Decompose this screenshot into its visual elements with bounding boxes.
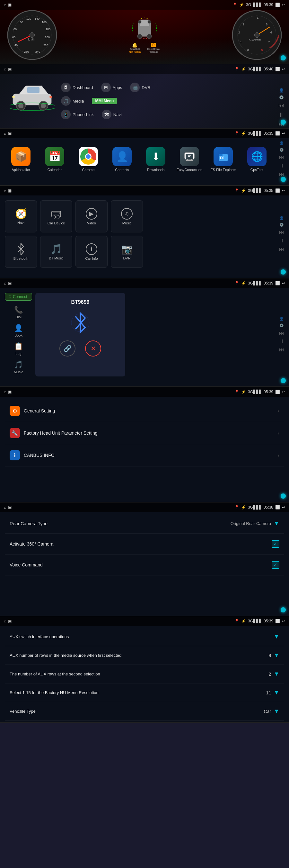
phonelink-menu-item[interactable]: 📱 Phone-Link <box>61 110 94 119</box>
bt-dial-item[interactable]: 📞 Dial <box>5 303 32 321</box>
back-2[interactable]: ↩ <box>282 67 285 71</box>
bt-log-item[interactable]: 📋 Log <box>5 340 32 358</box>
svg-text:220: 220 <box>43 44 48 47</box>
activate-360-checkbox[interactable]: ✓ <box>272 540 279 548</box>
app-calendar[interactable]: 📅 Calendar <box>39 143 71 175</box>
svg-rect-52 <box>219 154 222 156</box>
connect-badge[interactable]: ⊙ Connect <box>5 293 32 301</box>
vehicle-dropdown[interactable]: ▼ <box>274 708 279 715</box>
app-navi[interactable]: 🧭 Navi <box>5 200 37 232</box>
teal-indicator-6 <box>281 494 286 499</box>
car-app-row-1: 🧭 Navi Car Device ▶ Video ♫ Music <box>5 200 284 232</box>
back-3[interactable]: ↩ <box>282 131 285 136</box>
back-icon[interactable]: ↩ <box>282 3 285 7</box>
media-icon: ▣ <box>8 3 11 7</box>
gauge-section: ⌂ ▣ 📍 ⚡ 3G ▋▋▋ 05:39 ⬜ ↩ 40 60 80 100 12… <box>0 0 289 64</box>
bt-link-button[interactable]: 🔗 <box>60 340 75 356</box>
bt-book-item[interactable]: 👤 Book <box>5 321 32 340</box>
aux-second-dropdown[interactable]: ▼ <box>274 671 279 677</box>
app-downloads[interactable]: ⬇ Downloads <box>140 143 172 175</box>
svg-point-21 <box>138 20 141 24</box>
app-dvr[interactable]: 📷 DVR <box>111 236 143 268</box>
signal-icon: 3G <box>246 3 251 7</box>
location-icon-2: 📍 <box>234 67 239 71</box>
teal-row-4 <box>0 273 289 278</box>
car-app-row-2: Bluetooth 🎵 BT Music ℹ Car Info 📷 DVR <box>5 236 284 268</box>
app-car-info[interactable]: ℹ Car Info <box>75 236 108 268</box>
dashboard-menu-item[interactable]: 🎛 Dashboard <box>61 83 93 92</box>
bt-logo-large <box>71 310 90 336</box>
car-apps-section: ⌂ ▣ 📍 ⚡ 3G▋▋▋ 05:35 ⬜ ↩ 🧭 Navi <box>0 186 289 278</box>
location-3: 📍 <box>234 131 239 136</box>
mmi-menu-grid: 🎛 Dashboard ⊞ Apps 📹 DVR 🎵 Media <box>61 83 283 119</box>
back-5[interactable]: ↩ <box>282 281 285 285</box>
svg-point-22 <box>148 20 151 24</box>
canbus-chevron: › <box>278 452 279 459</box>
canbus-info-item[interactable]: ℹ CANBUS INFO › <box>5 444 284 466</box>
resolution-dropdown[interactable]: ▼ <box>274 689 279 696</box>
svg-text:km/h: km/h <box>28 38 35 41</box>
vehicle-type-row[interactable]: Vehichle Type Car ▼ <box>5 702 284 721</box>
bt-music-item[interactable]: 🎵 Music <box>5 358 32 376</box>
navi-menu-item[interactable]: 🗺 Navi <box>102 110 122 119</box>
app-bluetooth[interactable]: Bluetooth <box>5 236 37 268</box>
aux-rows-first-row[interactable]: AUX number of rows in the media source w… <box>5 646 284 665</box>
svg-text:80: 80 <box>13 28 17 31</box>
bt-disconnect-button[interactable]: ✕ <box>85 340 101 356</box>
rear-camera-dropdown[interactable]: ▼ <box>274 520 279 527</box>
location-8: 📍 <box>234 619 239 623</box>
factory-setting-chevron: › <box>278 430 279 437</box>
mmi-menu-item[interactable]: MMI Menu <box>92 98 117 104</box>
svg-text:ES: ES <box>220 156 224 160</box>
app-easyconnection[interactable]: EasyConnection <box>173 143 206 175</box>
music-panel-3: 👤 💿 ⏮ ⏸ ⏭ <box>279 141 284 177</box>
app-grid-1: 📦 ApkInstaller 📅 Calendar Chrome 👤 <box>0 138 289 180</box>
aux-switch-dropdown[interactable]: ▼ <box>274 633 279 640</box>
svg-text:4: 4 <box>257 17 258 20</box>
app-gpstest[interactable]: 🌐 GpsTest <box>241 143 273 175</box>
signal-bars: ▋▋▋ <box>253 3 262 7</box>
back-8[interactable]: ↩ <box>282 619 285 623</box>
app-grid-section-1: ⌂ ▣ 📍 ⚡ 3G▋▋▋ 05:35 ⬜ ↩ 📦 ApkInstaller 📅… <box>0 129 289 186</box>
back-4[interactable]: ↩ <box>282 188 285 193</box>
music-panel-4: 👤 💿 ⏮ ⏸ ⏭ <box>279 216 284 252</box>
factory-resolution-row[interactable]: Select 1-15 for the Factory HU Menu Reso… <box>5 683 284 702</box>
media-menu-item[interactable]: 🎵 Media <box>61 96 84 106</box>
app-music[interactable]: ♫ Music <box>111 200 143 232</box>
camera-settings-list: Rear Camera Type Original Rear Camera ▼ … <box>0 512 289 609</box>
aux-switch-row[interactable]: AUX switch interface operations ▼ <box>5 627 284 646</box>
svg-rect-46 <box>185 153 194 159</box>
app-video[interactable]: ▶ Video <box>75 200 108 232</box>
svg-rect-38 <box>27 87 39 93</box>
voice-command-checkbox[interactable]: ✓ <box>272 561 279 569</box>
back-7[interactable]: ↩ <box>282 505 285 509</box>
back-6[interactable]: ↩ <box>282 390 285 394</box>
activate-360-row[interactable]: Activate 360° Camera ✓ <box>5 534 284 555</box>
fullscreen-icon: ⬜ <box>275 3 280 7</box>
app-bt-music[interactable]: 🎵 BT Music <box>40 236 72 268</box>
app-contacts[interactable]: 👤 Contacts <box>106 143 138 175</box>
general-setting-icon: ⚙ <box>10 406 20 416</box>
voice-command-row[interactable]: Voice Command ✓ <box>5 555 284 576</box>
car-top-view <box>129 17 160 39</box>
aux-first-dropdown[interactable]: ▼ <box>274 652 279 659</box>
general-setting-item[interactable]: ⚙ General Setting › <box>5 400 284 422</box>
factory-setting-item[interactable]: 🔧 Factory Head Unit Parameter Setting › <box>5 422 284 444</box>
svg-text:0: 0 <box>247 49 249 52</box>
app-es-file-explorer[interactable]: ES ES File Explorer <box>207 143 239 175</box>
aux-settings-list: AUX switch interface operations ▼ AUX nu… <box>0 626 289 722</box>
apps-menu-item[interactable]: ⊞ Apps <box>101 83 122 92</box>
app-apkinstaller[interactable]: 📦 ApkInstaller <box>5 143 37 175</box>
gauge-time: 05:39 <box>264 3 273 7</box>
dvr-menu-item[interactable]: 📹 DVR <box>130 83 150 92</box>
aux-rows-second-row[interactable]: The number of AUX rows at the second sel… <box>5 665 284 683</box>
rear-camera-type-row[interactable]: Rear Camera Type Original Rear Camera ▼ <box>5 514 284 534</box>
svg-text:180: 180 <box>46 28 50 31</box>
app-car-device[interactable]: Car Device <box>40 200 72 232</box>
factory-setting-icon: 🔧 <box>10 428 20 438</box>
mmi-menu-badge[interactable]: MMI Menu <box>92 98 117 104</box>
location-4: 📍 <box>234 188 239 193</box>
app-chrome[interactable]: Chrome <box>72 143 104 175</box>
bluetooth-icon <box>16 243 26 255</box>
mmi-time: 05:40 <box>264 67 273 71</box>
